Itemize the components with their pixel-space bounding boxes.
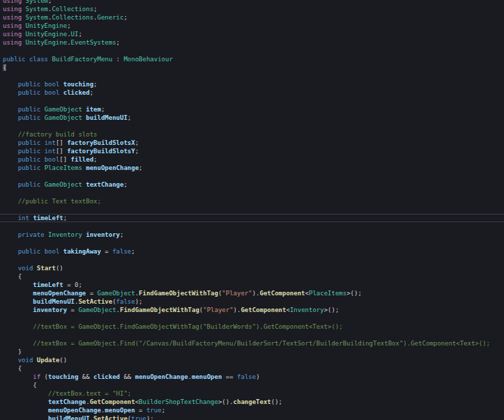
code-line[interactable] (0, 97, 504, 105)
code-token: ); (135, 298, 143, 305)
code-line[interactable]: int timeLeft; (0, 214, 504, 222)
code-line[interactable] (0, 239, 504, 247)
code-line[interactable] (0, 122, 504, 130)
code-line[interactable]: { (0, 63, 504, 72)
code-line[interactable]: buildMenuUI.SetActive(true); (0, 414, 504, 420)
code-token: [] (56, 148, 67, 155)
code-line[interactable]: public bool takingAway = false; (0, 247, 504, 256)
code-token: public (18, 181, 41, 188)
code-token: ; (78, 31, 82, 38)
code-line[interactable] (0, 222, 504, 231)
code-line[interactable] (0, 331, 504, 339)
code-line[interactable]: buildMenuUI.SetActive(false); (0, 297, 504, 306)
code-line[interactable]: if (touching && clicked && menuOpenChang… (0, 373, 504, 381)
code-line[interactable] (0, 47, 504, 55)
code-token: void (18, 265, 33, 272)
code-token: using (3, 6, 22, 13)
code-token: using (3, 31, 22, 38)
code-line[interactable]: using UnityEngine.EventSystems; (0, 38, 504, 47)
code-token (3, 181, 18, 188)
code-line[interactable]: void Update() (0, 356, 504, 364)
code-token: ; (101, 106, 105, 113)
code-line[interactable]: //textBox = GameObject.Find("/Canvas/Bui… (0, 339, 504, 348)
code-line[interactable]: public bool[] filled; (0, 155, 504, 164)
code-line[interactable]: textChange.GetComponent<BuilderShopTextC… (0, 398, 504, 406)
code-token: = (63, 281, 75, 288)
code-line[interactable] (0, 189, 504, 197)
code-token: GetComponent (90, 398, 135, 405)
code-line[interactable]: public bool touching; (0, 80, 504, 88)
code-line[interactable]: public GameObject textChange; (0, 180, 504, 189)
code-token: () (56, 265, 63, 272)
code-line[interactable]: menuOpenChange.menuOpen = true; (0, 406, 504, 414)
code-token: if (33, 373, 40, 380)
code-line[interactable]: //textBox.text = "HI"; (0, 389, 504, 398)
code-line[interactable]: private Inventory inventory; (0, 231, 504, 239)
code-line[interactable]: using System.Collections.Generic; (0, 13, 504, 22)
code-token: ; (78, 281, 82, 288)
code-token: ; (135, 139, 139, 146)
code-line[interactable]: } (0, 348, 504, 356)
code-line[interactable]: using System.Collections; (0, 5, 504, 13)
code-token: System (26, 14, 49, 21)
code-token: touching (48, 373, 78, 380)
code-line[interactable]: inventory = GameObject.FindGameObjectWit… (0, 306, 504, 314)
code-line[interactable]: { (0, 272, 504, 281)
code-token: System (26, 6, 49, 13)
code-token: Inventory (48, 231, 82, 238)
code-token: FindGameObjectWithTag (139, 290, 218, 297)
code-line[interactable]: menuOpenChange = GameObject.FindGameObje… (0, 289, 504, 297)
code-line[interactable]: //textBox = GameObject.FindGameObjectWit… (0, 322, 504, 331)
code-line[interactable]: using System; (0, 0, 504, 5)
code-token: UnityEngine (26, 39, 68, 46)
code-token: bool (45, 248, 60, 255)
code-line[interactable]: public GameObject buildMenuUI; (0, 114, 504, 122)
code-token: ; (120, 231, 123, 238)
code-line[interactable]: using UnityEngine; (0, 22, 504, 30)
code-line[interactable]: using UnityEngine.UI; (0, 30, 504, 38)
code-line[interactable] (0, 205, 504, 214)
code-token: ; (93, 6, 97, 13)
code-token (3, 148, 18, 155)
code-token: bool (45, 89, 60, 96)
code-token (3, 156, 18, 163)
code-token: changeText (234, 398, 271, 405)
code-token: clicked (93, 373, 120, 380)
code-token: private (18, 231, 45, 238)
code-token (3, 323, 33, 330)
code-line[interactable]: { (0, 381, 504, 389)
code-line[interactable]: public PlaceItems menuOpenChange; (0, 164, 504, 172)
code-token: FindGameObjectWithTag (120, 306, 199, 313)
code-token (3, 390, 48, 397)
code-line[interactable]: { (0, 364, 504, 373)
code-line[interactable]: public bool clicked; (0, 88, 504, 97)
code-line[interactable]: public class BuildFactoryMenu : MonoBeha… (0, 55, 504, 63)
code-line[interactable] (0, 314, 504, 322)
code-token (3, 281, 33, 288)
code-token: PlaceItems (309, 290, 346, 297)
code-line[interactable] (0, 256, 504, 264)
code-line[interactable]: public GameObject item; (0, 105, 504, 114)
code-token: //textBox = GameObject.Find("/Canvas/Bui… (33, 340, 490, 347)
code-token: ; (162, 407, 165, 414)
code-line[interactable] (0, 172, 504, 180)
code-token (3, 248, 18, 255)
code-token: clicked (63, 89, 90, 96)
code-line[interactable]: public int[] factoryBuildSlotsX; (0, 139, 504, 147)
code-line[interactable]: public int[] factoryBuildSlotsY; (0, 147, 504, 155)
code-token: ; (116, 39, 120, 46)
code-token: class (29, 56, 48, 63)
code-token (3, 215, 18, 221)
code-line[interactable]: //factory build slots (0, 130, 504, 139)
code-token: GameObject (78, 306, 116, 313)
code-line[interactable]: //public Text textBox; (0, 197, 504, 205)
code-token: using (3, 14, 22, 21)
code-token: GameObject (45, 181, 82, 188)
code-line[interactable] (0, 72, 504, 80)
code-line[interactable]: void Start() (0, 264, 504, 272)
code-editor[interactable]: using System;using System.Collections;us… (0, 0, 504, 420)
code-line[interactable]: timeLeft = 0; (0, 281, 504, 289)
code-token: : (112, 56, 123, 63)
code-token: >(); (346, 290, 362, 297)
code-token: SetActive (93, 415, 128, 420)
